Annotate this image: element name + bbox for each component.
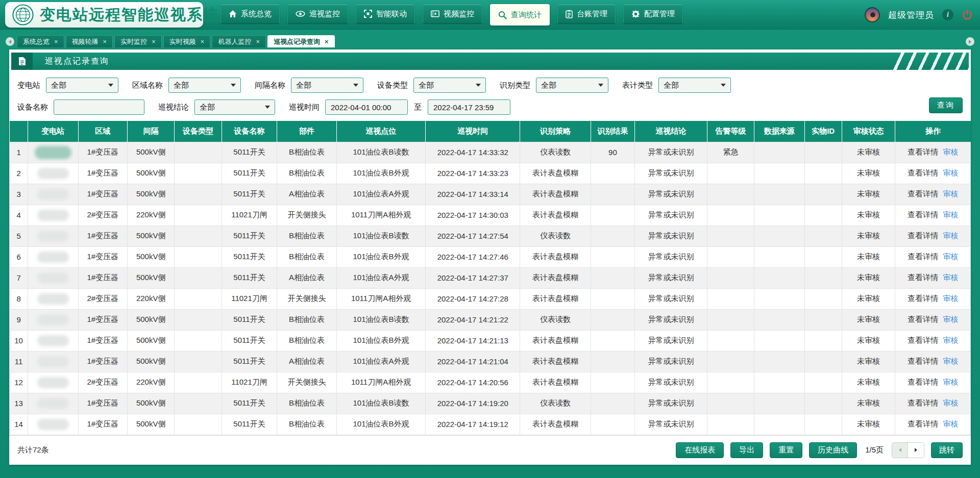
nav-button-eye[interactable]: 巡视监控 <box>287 4 348 23</box>
view-detail-link[interactable]: 查看详情 <box>908 378 938 386</box>
audit-link[interactable]: 审核 <box>943 210 958 219</box>
audit-link[interactable]: 审核 <box>943 231 958 240</box>
cell-strategy: 仪表读数 <box>520 142 591 163</box>
cell-conclusion: 异常或未识别 <box>635 267 707 288</box>
tab-机器人监控[interactable]: 机器人监控× <box>212 35 266 47</box>
tab-实时监控[interactable]: 实时监控× <box>114 35 162 47</box>
recognition-type-select[interactable]: 全部 <box>536 78 608 93</box>
station-select[interactable]: 全部 <box>46 78 118 93</box>
station-select-value: 全部 <box>51 81 66 90</box>
footer-button-重置[interactable]: 重置 <box>770 442 802 458</box>
footer-button-在线报表[interactable]: 在线报表 <box>676 442 724 458</box>
cell-result <box>591 414 634 435</box>
audit-link[interactable]: 审核 <box>943 315 958 323</box>
tab-scroll-left-icon[interactable] <box>6 37 14 46</box>
view-detail-link[interactable]: 查看详情 <box>908 168 938 177</box>
cell-audit_status: 未审核 <box>842 393 895 414</box>
cell-strategy: 表计表盘模糊 <box>520 163 591 184</box>
cell-result <box>591 205 634 225</box>
close-icon[interactable]: × <box>54 38 58 45</box>
close-icon[interactable]: × <box>256 38 260 45</box>
cell-strategy: 仪表读数 <box>520 225 591 246</box>
cell-part: B相油位表 <box>277 414 336 435</box>
close-icon[interactable]: × <box>201 38 205 45</box>
close-icon[interactable]: × <box>152 38 156 45</box>
station-redacted-blob <box>37 293 69 305</box>
cell-result <box>591 246 634 267</box>
tab-实时视频[interactable]: 实时视频× <box>163 35 211 47</box>
view-detail-link[interactable]: 查看详情 <box>908 419 938 428</box>
audit-link[interactable]: 审核 <box>943 398 958 407</box>
device-name-input[interactable] <box>54 99 144 115</box>
cell-physical_id <box>804 288 842 309</box>
time-to-input[interactable]: 2022-04-17 23:59 <box>428 99 510 115</box>
cell-device_name: 11021刀闸 <box>222 288 277 309</box>
jump-button[interactable]: 跳转 <box>931 442 963 458</box>
prev-page-icon[interactable] <box>892 443 908 458</box>
area-select[interactable]: 全部 <box>168 78 241 93</box>
meter-type-select[interactable]: 全部 <box>658 78 731 93</box>
station-redacted-blob <box>37 231 69 242</box>
close-icon[interactable]: × <box>325 38 329 45</box>
cell-point: 101油位表B外观 <box>336 163 426 184</box>
audit-link[interactable]: 审核 <box>943 189 958 198</box>
cell-alarm <box>707 184 754 205</box>
view-detail-link[interactable]: 查看详情 <box>908 210 938 219</box>
user-avatar[interactable] <box>865 7 880 22</box>
cell-station <box>28 288 78 309</box>
cell-physical_id <box>804 142 842 163</box>
bay-select[interactable]: 全部 <box>291 78 363 93</box>
audit-link[interactable]: 审核 <box>943 294 958 303</box>
cell-part: A相油位表 <box>277 267 336 288</box>
cell-physical_id <box>804 205 842 225</box>
tab-scroll-right-icon[interactable] <box>966 37 974 46</box>
close-icon[interactable]: × <box>103 38 107 45</box>
device-type-select[interactable]: 全部 <box>413 78 486 93</box>
next-page-icon[interactable] <box>908 443 924 458</box>
nav-button-gear[interactable]: 配置管理 <box>623 4 683 23</box>
nav-button-link[interactable]: 智能联动 <box>356 4 415 23</box>
view-detail-link[interactable]: 查看详情 <box>908 252 938 261</box>
time-from-input[interactable]: 2022-04-01 00:00 <box>325 99 408 115</box>
audit-link[interactable]: 审核 <box>943 357 958 365</box>
audit-link[interactable]: 审核 <box>943 336 958 344</box>
view-detail-link[interactable]: 查看详情 <box>908 398 938 407</box>
nav-button-home[interactable]: 系统总览 <box>220 4 280 23</box>
logout-power-icon[interactable] <box>962 9 973 20</box>
view-detail-link[interactable]: 查看详情 <box>908 336 938 344</box>
view-detail-link[interactable]: 查看详情 <box>908 273 938 282</box>
audit-link[interactable]: 审核 <box>943 273 958 282</box>
cell-no: 3 <box>10 184 28 205</box>
view-detail-link[interactable]: 查看详情 <box>908 147 938 156</box>
tab-巡视点记录查询[interactable]: 巡视点记录查询× <box>267 35 335 47</box>
info-icon[interactable]: i <box>942 9 953 20</box>
view-detail-link[interactable]: 查看详情 <box>908 315 938 323</box>
footer-button-历史曲线[interactable]: 历史曲线 <box>809 442 857 458</box>
cell-bay: 220kV侧 <box>127 205 174 225</box>
view-detail-link[interactable]: 查看详情 <box>908 294 938 303</box>
view-detail-link[interactable]: 查看详情 <box>908 357 938 365</box>
content-card: 巡视点记录查询 变电站全部区域名称全部间隔名称全部设备类型全部识别类型全部表计类… <box>9 49 971 465</box>
tab-系统总览[interactable]: 系统总览× <box>17 35 64 47</box>
footer-button-导出[interactable]: 导出 <box>730 442 763 458</box>
table-row: 71#变压器500kV侧5011开关A相油位表101油位表A外观2022-04-… <box>10 267 971 288</box>
cell-result <box>591 288 634 309</box>
audit-link[interactable]: 审核 <box>943 147 958 156</box>
chevron-down-icon <box>721 84 726 87</box>
nav-button-video[interactable]: 视频监控 <box>423 4 482 23</box>
audit-link[interactable]: 审核 <box>943 168 958 177</box>
home-icon <box>229 10 237 18</box>
cell-source <box>754 414 804 435</box>
nav-button-search[interactable]: 查询统计 <box>490 4 550 26</box>
tab-视频轮播[interactable]: 视频轮播× <box>66 35 113 47</box>
cell-op: 查看详情审核 <box>895 205 971 225</box>
audit-link[interactable]: 审核 <box>943 252 958 261</box>
search-button[interactable]: 查询 <box>929 97 963 113</box>
nav-button-ledger[interactable]: 台账管理 <box>557 4 616 23</box>
recognition-type-label: 识别类型 <box>500 81 530 90</box>
audit-link[interactable]: 审核 <box>943 378 958 386</box>
view-detail-link[interactable]: 查看详情 <box>908 231 938 240</box>
view-detail-link[interactable]: 查看详情 <box>908 189 938 198</box>
conclusion-select[interactable]: 全部 <box>194 99 275 115</box>
audit-link[interactable]: 审核 <box>943 419 958 428</box>
